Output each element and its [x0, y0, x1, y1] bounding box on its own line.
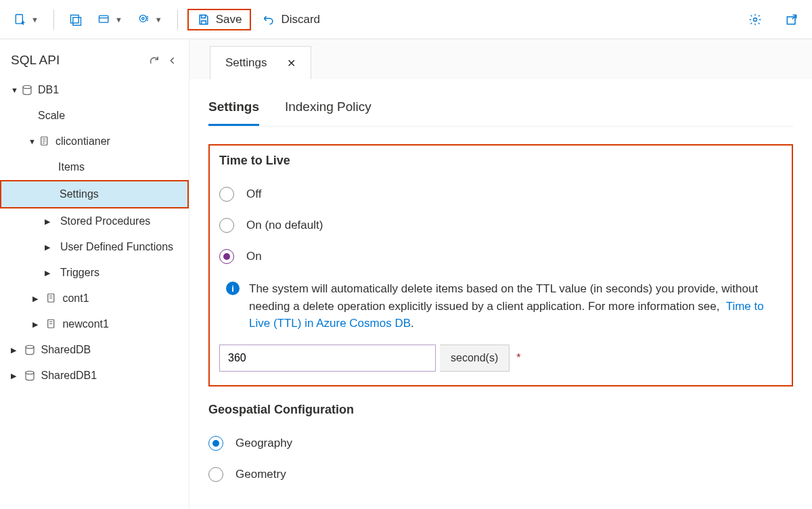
required-marker: *	[516, 352, 520, 364]
svg-point-8	[23, 85, 31, 89]
tree-newcont1[interactable]: ▶ newcont1	[0, 311, 189, 337]
tree-db1[interactable]: ▼DB1	[0, 77, 189, 103]
subtab-settings[interactable]: Settings	[208, 94, 259, 126]
ttl-title: Time to Live	[219, 154, 782, 168]
save-button[interactable]: Save	[187, 9, 252, 30]
settings-highlight: Settings	[0, 180, 189, 208]
undo-icon	[262, 13, 275, 26]
radio-icon	[219, 187, 234, 202]
main-panel: Settings ✕ Settings Indexing Policy Time…	[189, 39, 812, 509]
svg-point-6	[754, 18, 757, 21]
save-label: Save	[216, 13, 242, 26]
new-sql-query-button[interactable]: ▼	[8, 9, 44, 30]
ttl-on-radio[interactable]: On	[219, 241, 782, 272]
ttl-info: i The system will automatically delete i…	[219, 272, 782, 345]
tree-scale[interactable]: Scale	[0, 103, 189, 129]
tree-shareddb[interactable]: ▶ SharedDB	[0, 337, 189, 363]
sidebar-title: SQL API	[11, 53, 60, 68]
ttl-section: Time to Live Off On (no default) On i Th…	[208, 144, 793, 386]
chevron-down-icon: ▼	[31, 16, 39, 24]
tree-udf[interactable]: ▶ User Defined Functions	[0, 234, 189, 260]
tree-items[interactable]: Items	[0, 154, 189, 180]
sidebar-header: SQL API	[0, 46, 189, 77]
resource-tree: ▼DB1 Scale ▼clicontianer Items Settings …	[0, 77, 189, 389]
svg-rect-2	[73, 17, 81, 25]
svg-rect-1	[70, 15, 78, 23]
svg-rect-3	[99, 16, 108, 22]
new-database-button[interactable]: ▼	[92, 9, 128, 30]
geo-geometry-radio[interactable]: Geometry	[208, 459, 793, 490]
new-container-button[interactable]	[64, 9, 88, 30]
tree-sproc[interactable]: ▶ Stored Procedures	[0, 208, 189, 234]
tab-label: Settings	[225, 56, 267, 70]
svg-point-5	[141, 17, 143, 19]
save-icon	[197, 13, 210, 26]
radio-icon	[219, 249, 234, 264]
tree-triggers[interactable]: ▶ Triggers	[0, 260, 189, 286]
discard-label: Discard	[281, 13, 320, 26]
geo-title: Geospatial Configuration	[208, 403, 793, 417]
chevron-down-icon: ▼	[155, 16, 162, 24]
ttl-unit-label: second(s)	[440, 345, 510, 372]
subtabs: Settings Indexing Policy	[208, 94, 793, 127]
chevron-down-icon: ▼	[115, 16, 122, 24]
subtab-indexing[interactable]: Indexing Policy	[285, 94, 371, 126]
gear-icon[interactable]	[743, 9, 767, 30]
tree-shareddb1[interactable]: ▶ SharedDB1	[0, 363, 189, 389]
discard-button[interactable]: Discard	[255, 9, 327, 30]
tree-cont1[interactable]: ▶ cont1	[0, 286, 189, 311]
ttl-on-no-default-radio[interactable]: On (no default)	[219, 210, 782, 241]
tree-container[interactable]: ▼clicontianer	[0, 129, 189, 154]
svg-point-12	[26, 345, 34, 349]
svg-point-4	[139, 15, 146, 22]
info-icon: i	[226, 282, 240, 295]
refresh-icon[interactable]	[148, 55, 160, 66]
ttl-off-radio[interactable]: Off	[219, 179, 782, 210]
fullscreen-icon[interactable]	[780, 9, 804, 30]
settings-tool-button[interactable]: ▼	[132, 9, 168, 30]
ttl-input-row: second(s) *	[219, 345, 782, 372]
tree-settings[interactable]: Settings	[1, 181, 187, 207]
sidebar: SQL API ▼DB1 Scale ▼clicontianer Items S…	[0, 39, 189, 509]
tab-settings[interactable]: Settings ✕	[210, 46, 311, 79]
radio-icon	[208, 436, 223, 451]
ttl-value-input[interactable]	[219, 345, 436, 372]
collapse-icon[interactable]	[166, 55, 178, 66]
close-icon[interactable]: ✕	[287, 57, 296, 70]
tab-strip: Settings ✕	[189, 46, 812, 79]
geo-geography-radio[interactable]: Geography	[208, 428, 793, 459]
radio-icon	[219, 218, 234, 233]
radio-icon	[208, 467, 223, 482]
toolbar: ▼ ▼ ▼ Save Discard	[0, 0, 812, 39]
svg-point-13	[26, 371, 34, 374]
